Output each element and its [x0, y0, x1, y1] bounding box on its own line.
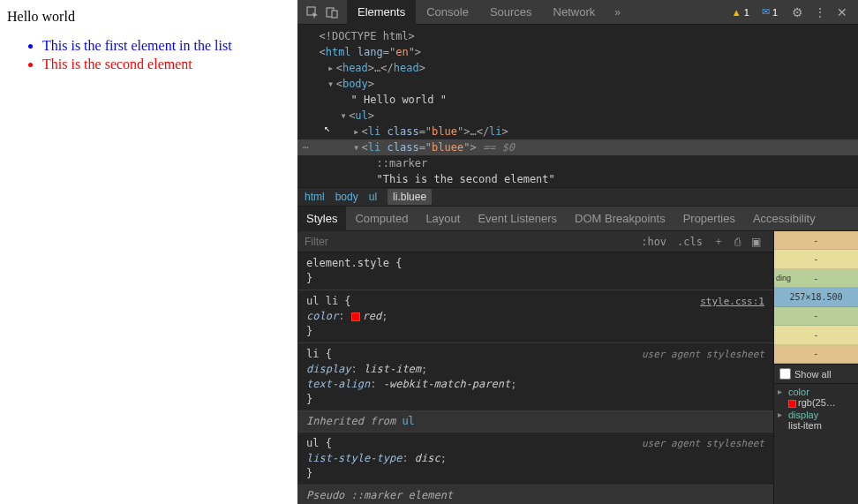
breadcrumb-item-active[interactable]: li.bluee	[388, 189, 432, 205]
devtools-main-tabs: Elements Console Sources Network	[347, 0, 606, 25]
dom-line[interactable]: " Hello world "	[297, 92, 858, 108]
styles-rules-column: :hov .cls ＋ ⎙ ▣ element.style { } style.…	[297, 231, 773, 504]
cls-toggle[interactable]: .cls	[672, 236, 708, 248]
breadcrumb-item[interactable]: ul	[369, 191, 377, 203]
pseudo-marker-header: Pseudo ::marker element	[297, 485, 773, 504]
color-swatch-icon[interactable]	[351, 312, 360, 321]
device-icon[interactable]: ⎙	[729, 236, 746, 248]
rule-ul-li[interactable]: style.css:1 ul li { color: red; }	[297, 290, 773, 343]
disclosure-triangle-icon[interactable]: ▸	[326, 60, 336, 76]
tab-network[interactable]: Network	[543, 0, 606, 25]
rendered-page: Hello world This is the first element in…	[0, 0, 297, 504]
tab-sources[interactable]: Sources	[479, 0, 543, 25]
disclosure-triangle-icon[interactable]: ▸	[778, 410, 785, 419]
page-heading: Hello world	[7, 9, 290, 25]
show-all-label: Show all	[794, 369, 832, 380]
disclosure-triangle-icon[interactable]: ▾	[326, 76, 336, 92]
dom-line-selected[interactable]: ⋯ ▾<li class="bluee"> == $0	[297, 139, 858, 155]
computed-filter-bar: Show all	[774, 364, 858, 384]
dom-line[interactable]: ▾<ul>	[297, 108, 858, 124]
computed-properties-list[interactable]: ▸ color rgb(25… ▸ display list-item	[774, 384, 858, 433]
dom-line[interactable]: <html lang="en">	[297, 44, 858, 60]
elements-dom-tree[interactable]: <!DOCTYPE html> <html lang="en"> ▸<head>…	[297, 25, 858, 187]
box-model-diagram[interactable]: - - ding- 257×18.500 - - -	[774, 231, 858, 364]
subtab-styles[interactable]: Styles	[297, 207, 346, 231]
ua-stylesheet-label: user agent stylesheet	[642, 436, 764, 451]
source-link[interactable]: style.css:1	[700, 294, 764, 309]
css-rules-list[interactable]: element.style { } style.css:1 ul li { co…	[297, 252, 773, 504]
panel-toggle-icon[interactable]: ▣	[746, 236, 766, 248]
tab-console[interactable]: Console	[416, 0, 479, 25]
dom-line[interactable]: "This is the second element"	[297, 171, 858, 187]
styles-sidebar: - - ding- 257×18.500 - - - Show all ▸ co…	[773, 231, 858, 504]
styles-filter-bar: :hov .cls ＋ ⎙ ▣	[297, 231, 773, 252]
page-list: This is the first element in the list Th…	[7, 37, 290, 74]
subtab-dom-breakpoints[interactable]: DOM Breakpoints	[566, 207, 674, 231]
warning-icon: ▲	[732, 7, 741, 18]
rule-li-ua[interactable]: user agent stylesheet li { display: list…	[297, 343, 773, 411]
dom-line[interactable]: ▾<body>	[297, 76, 858, 92]
tab-elements[interactable]: Elements	[347, 0, 416, 25]
subtab-properties[interactable]: Properties	[674, 207, 744, 231]
more-tabs-icon[interactable]: »	[611, 6, 624, 19]
dom-line[interactable]: ▸<li class="blue">…</li>	[297, 124, 858, 139]
settings-icon[interactable]: ⚙	[786, 5, 809, 19]
show-all-checkbox[interactable]	[779, 368, 791, 380]
inherited-from-header: Inherited from ul	[297, 411, 773, 433]
computed-row[interactable]: ▸ display list-item	[778, 409, 854, 432]
message-icon: ✉	[762, 6, 770, 18]
rule-ul-ua[interactable]: user agent stylesheet ul { list-style-ty…	[297, 433, 773, 485]
subtab-event-listeners[interactable]: Event Listeners	[469, 207, 566, 231]
svg-rect-2	[332, 11, 337, 18]
devtools-panel: Elements Console Sources Network » ▲1 ✉1…	[297, 0, 858, 504]
disclosure-triangle-icon[interactable]: ▸	[778, 387, 785, 396]
list-item: This is the first element in the list	[42, 37, 290, 56]
disclosure-triangle-icon[interactable]: ▸	[351, 124, 362, 139]
warnings-badge[interactable]: ▲1	[728, 5, 753, 19]
list-item: This is the second element	[42, 56, 290, 74]
close-icon[interactable]: ✕	[832, 5, 853, 19]
subtab-computed[interactable]: Computed	[346, 207, 417, 231]
dom-line[interactable]: <!DOCTYPE html>	[297, 28, 858, 44]
disclosure-triangle-icon[interactable]: ▾	[338, 108, 349, 124]
styles-pane: :hov .cls ＋ ⎙ ▣ element.style { } style.…	[297, 231, 858, 504]
styles-filter-input[interactable]	[305, 236, 636, 248]
subtab-accessibility[interactable]: Accessibility	[744, 207, 824, 231]
gutter-actions-icon[interactable]: ⋯	[297, 139, 313, 155]
dom-breadcrumb: html body ul li.bluee	[297, 187, 858, 207]
devtools-toolbar: Elements Console Sources Network » ▲1 ✉1…	[297, 0, 858, 25]
breadcrumb-item[interactable]: body	[335, 191, 358, 203]
inspect-icon[interactable]	[303, 4, 322, 21]
breadcrumb-item[interactable]: html	[305, 191, 325, 203]
dom-line[interactable]: ▸<head>…</head>	[297, 60, 858, 76]
disclosure-triangle-icon[interactable]: ▾	[351, 139, 362, 155]
messages-badge[interactable]: ✉1	[758, 5, 781, 19]
color-swatch-icon[interactable]	[788, 400, 796, 408]
new-rule-icon[interactable]: ＋	[708, 234, 729, 249]
subtab-layout[interactable]: Layout	[417, 207, 469, 231]
computed-row[interactable]: ▸ color rgb(25…	[778, 386, 854, 409]
dom-line[interactable]: ::marker	[297, 155, 858, 171]
styles-sub-tabs: Styles Computed Layout Event Listeners D…	[297, 207, 858, 231]
ua-stylesheet-label: user agent stylesheet	[642, 347, 764, 362]
device-toggle-icon[interactable]	[322, 4, 342, 21]
hov-toggle[interactable]: :hov	[636, 236, 672, 248]
rule-element-style[interactable]: element.style { }	[297, 252, 773, 290]
menu-icon[interactable]: ⋮	[809, 5, 832, 19]
